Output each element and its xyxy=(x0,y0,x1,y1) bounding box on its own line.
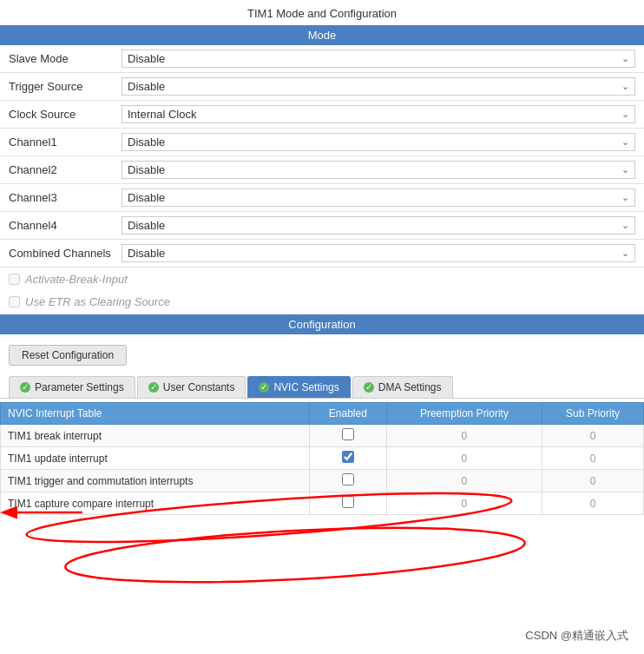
slave-mode-value: Disable xyxy=(128,52,618,65)
nvic-table-header-name: NVIC Interrupt Table xyxy=(1,403,310,425)
combined-channels-row: Combined Channels Disable ⌄ xyxy=(0,240,644,268)
trigger-source-select[interactable]: Disable ⌄ xyxy=(122,77,635,96)
tab-parameter-settings[interactable]: ✓ Parameter Settings xyxy=(9,376,135,398)
trigger-source-value: Disable xyxy=(128,80,618,93)
mode-section-header: Mode xyxy=(0,25,644,45)
main-container: TIM1 Mode and Configuration Mode Slave M… xyxy=(0,0,644,654)
channel3-value: Disable xyxy=(128,191,618,204)
tab-user-constants-label: User Constants xyxy=(163,381,235,393)
channel1-select[interactable]: Disable ⌄ xyxy=(122,133,635,151)
nvic-enabled-checkbox[interactable] xyxy=(342,451,354,463)
combined-channels-select[interactable]: Disable ⌄ xyxy=(122,244,635,262)
nvic-enabled-cell[interactable] xyxy=(309,425,386,447)
nvic-enabled-checkbox[interactable] xyxy=(342,473,354,486)
nvic-settings-icon: ✓ xyxy=(259,382,269,393)
channel1-value: Disable xyxy=(128,135,618,149)
nvic-preemption-priority: 0 xyxy=(386,425,542,447)
channel1-arrow-icon: ⌄ xyxy=(621,136,629,148)
tab-nvic-settings[interactable]: ✓ NVIC Settings xyxy=(247,376,350,398)
tab-user-constants[interactable]: ✓ User Constants xyxy=(137,376,246,398)
svg-point-2 xyxy=(64,519,526,591)
tab-parameter-settings-label: Parameter Settings xyxy=(35,381,124,393)
tabs-bar: ✓ Parameter Settings ✓ User Constants ✓ … xyxy=(0,376,644,399)
nvic-interrupt-name: TIM1 update interrupt xyxy=(1,447,310,470)
tab-nvic-settings-label: NVIC Settings xyxy=(273,381,338,393)
nvic-enabled-checkbox[interactable] xyxy=(342,496,354,508)
channel2-label: Channel2 xyxy=(9,163,122,176)
clock-source-arrow-icon: ⌄ xyxy=(621,109,629,120)
tab-dma-settings[interactable]: ✓ DMA Settings xyxy=(352,376,453,398)
channel3-select[interactable]: Disable ⌄ xyxy=(122,188,635,207)
channel2-select[interactable]: Disable ⌄ xyxy=(122,161,635,179)
config-section: Configuration Reset Configuration ✓ Para… xyxy=(0,314,644,515)
nvic-interrupt-name: TIM1 break interrupt xyxy=(1,425,310,447)
config-section-header: Configuration xyxy=(0,314,644,334)
channel2-arrow-icon: ⌄ xyxy=(621,164,629,175)
user-constants-icon: ✓ xyxy=(148,382,159,393)
use-etr-label: Use ETR as Clearing Source xyxy=(25,295,170,308)
tab-dma-settings-label: DMA Settings xyxy=(378,381,442,393)
nvic-sub-priority: 0 xyxy=(542,425,644,447)
table-row: TIM1 trigger and commutation interrupts0… xyxy=(1,470,644,492)
clock-source-select[interactable]: Internal Clock ⌄ xyxy=(122,105,635,123)
mode-section: Slave Mode Disable ⌄ Trigger Source Disa… xyxy=(0,45,644,313)
combined-channels-value: Disable xyxy=(128,247,618,260)
trigger-source-row: Trigger Source Disable ⌄ xyxy=(0,73,644,101)
trigger-source-label: Trigger Source xyxy=(9,80,122,93)
table-row: TIM1 break interrupt00 xyxy=(1,425,644,447)
page-title: TIM1 Mode and Configuration xyxy=(0,0,644,25)
watermark: CSDN @精通嵌入式 xyxy=(525,628,628,644)
channel4-arrow-icon: ⌄ xyxy=(621,220,629,231)
reset-config-button[interactable]: Reset Configuration xyxy=(9,345,127,366)
channel4-value: Disable xyxy=(128,219,618,232)
channel1-label: Channel1 xyxy=(9,135,122,149)
channel3-arrow-icon: ⌄ xyxy=(621,192,629,203)
slave-mode-select[interactable]: Disable ⌄ xyxy=(122,50,635,68)
parameter-settings-icon: ✓ xyxy=(20,382,30,393)
clock-source-label: Clock Source xyxy=(9,108,122,121)
nvic-table-header-preemption: Preemption Priority xyxy=(386,403,542,425)
nvic-sub-priority: 0 xyxy=(542,492,644,515)
channel2-value: Disable xyxy=(128,163,618,176)
nvic-table-header-sub: Sub Priority xyxy=(542,403,644,425)
activate-break-label: Activate-Break-Input xyxy=(25,273,128,286)
table-row: TIM1 update interrupt00 xyxy=(1,447,644,470)
channel4-select[interactable]: Disable ⌄ xyxy=(122,216,635,235)
slave-mode-label: Slave Mode xyxy=(9,52,122,65)
activate-break-checkbox[interactable] xyxy=(9,274,20,285)
use-etr-row: Use ETR as Clearing Source xyxy=(0,290,644,313)
nvic-sub-priority: 0 xyxy=(542,447,644,470)
nvic-table-header-enabled: Enabled xyxy=(309,403,386,425)
nvic-preemption-priority: 0 xyxy=(386,447,542,470)
use-etr-checkbox[interactable] xyxy=(9,296,20,307)
nvic-preemption-priority: 0 xyxy=(386,492,542,515)
slave-mode-arrow-icon: ⌄ xyxy=(621,53,629,64)
channel4-row: Channel4 Disable ⌄ xyxy=(0,212,644,240)
clock-source-value: Internal Clock xyxy=(128,108,618,121)
channel3-label: Channel3 xyxy=(9,191,122,204)
nvic-interrupt-name: TIM1 capture compare interrupt xyxy=(1,492,310,515)
channel3-row: Channel3 Disable ⌄ xyxy=(0,184,644,212)
table-row: TIM1 capture compare interrupt00 xyxy=(1,492,644,515)
nvic-sub-priority: 0 xyxy=(542,470,644,492)
channel2-row: Channel2 Disable ⌄ xyxy=(0,156,644,184)
nvic-preemption-priority: 0 xyxy=(386,470,542,492)
combined-channels-label: Combined Channels xyxy=(9,247,122,260)
nvic-enabled-checkbox[interactable] xyxy=(342,428,354,440)
channel4-label: Channel4 xyxy=(9,219,122,232)
nvic-enabled-cell[interactable] xyxy=(309,492,386,515)
nvic-interrupt-table: NVIC Interrupt Table Enabled Preemption … xyxy=(0,402,644,515)
nvic-enabled-cell[interactable] xyxy=(309,447,386,470)
combined-channels-arrow-icon: ⌄ xyxy=(621,248,629,259)
activate-break-row: Activate-Break-Input xyxy=(0,268,644,290)
dma-settings-icon: ✓ xyxy=(364,382,374,393)
slave-mode-row: Slave Mode Disable ⌄ xyxy=(0,45,644,73)
channel1-row: Channel1 Disable ⌄ xyxy=(0,129,644,156)
trigger-source-arrow-icon: ⌄ xyxy=(621,81,629,92)
clock-source-row: Clock Source Internal Clock ⌄ xyxy=(0,101,644,129)
nvic-interrupt-name: TIM1 trigger and commutation interrupts xyxy=(1,470,310,492)
nvic-enabled-cell[interactable] xyxy=(309,470,386,492)
